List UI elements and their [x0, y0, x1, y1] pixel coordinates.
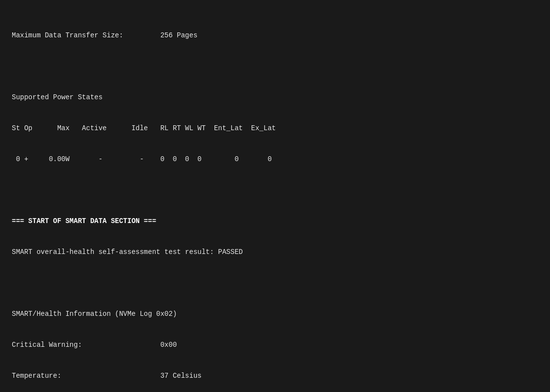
power-states-header-line: Supported Power States	[12, 92, 538, 103]
blank-line-3	[12, 278, 538, 288]
blank-line-2	[12, 185, 538, 196]
critical-warning-line: Critical Warning: 0x00	[12, 340, 538, 350]
smart-overall-line: SMART overall-health self-assessment tes…	[12, 247, 538, 257]
terminal-output: Maximum Data Transfer Size: 256 Pages Su…	[12, 10, 538, 392]
blank-line-1	[12, 61, 538, 72]
power-states-row-line: 0 + 0.00W - - 0 0 0 0 0 0	[12, 154, 538, 165]
max-transfer-line: Maximum Data Transfer Size: 256 Pages	[12, 30, 538, 41]
smart-info-header-line: SMART/Health Information (NVMe Log 0x02)	[12, 309, 538, 319]
power-states-cols-line: St Op Max Active Idle RL RT WL WT Ent_La…	[12, 123, 538, 134]
smart-start-line: === START OF SMART DATA SECTION ===	[12, 216, 538, 226]
temperature-line: Temperature: 37 Celsius	[12, 371, 538, 381]
